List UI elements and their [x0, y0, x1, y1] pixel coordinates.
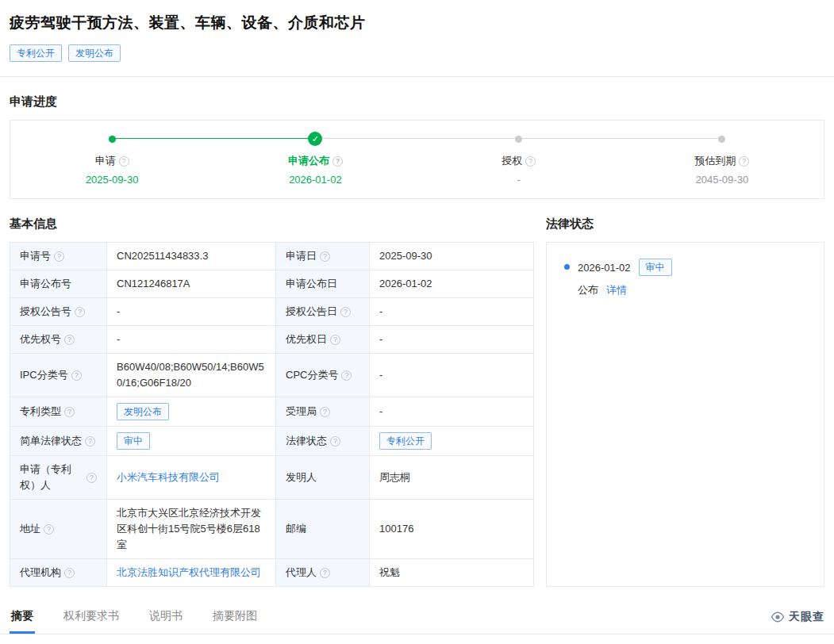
priority-number-label: 优先权号 ?: [10, 326, 107, 353]
inventor-value: 周志桐: [370, 456, 533, 499]
table-row: 专利类型 ? 发明公布 受理局 ? -: [10, 397, 533, 427]
address-value: 北京市大兴区北京经济技术开发区科创十街15号院5号楼6层618室: [107, 500, 276, 558]
table-row: 地址 ? 北京市大兴区北京经济技术开发区科创十街15号院5号楼6层618室 邮编…: [10, 500, 533, 559]
pending-status-badge: 审中: [117, 432, 150, 450]
info-icon[interactable]: ?: [119, 156, 129, 167]
tag-patent-public: 专利公开: [10, 44, 62, 62]
detail-tabbar: 摘要 权利要求书 说明书 摘要附图 天眼查: [0, 603, 834, 634]
grant-number-label: 授权公告号 ?: [10, 298, 107, 325]
publication-date-label: 申请公布日: [276, 270, 370, 297]
info-icon[interactable]: ?: [44, 524, 54, 535]
agency-value: 北京法胜知识产权代理有限公司: [107, 559, 276, 586]
progress-step-application: 申请 ? 2025-09-30: [10, 132, 213, 186]
publication-date-value: 2026-01-02: [370, 270, 533, 297]
receiving-office-label: 受理局 ?: [276, 397, 370, 426]
info-icon[interactable]: ?: [341, 370, 352, 381]
step-label: 申请公布: [288, 154, 329, 168]
info-icon[interactable]: ?: [320, 251, 330, 262]
legal-status-badge: 专利公开: [379, 432, 432, 450]
info-icon[interactable]: ?: [54, 251, 64, 262]
application-date-value: 2025-09-30: [370, 243, 533, 270]
grant-date-label: 授权公告日 ?: [276, 298, 370, 325]
legal-status-date: 2026-01-02: [578, 262, 631, 274]
table-row: 代理机构 ? 北京法胜知识产权代理有限公司 代理人 ? 祝魁: [10, 559, 533, 587]
postcode-label: 邮编: [276, 500, 370, 558]
step-label: 申请: [95, 154, 116, 168]
detail-tabs: 摘要 权利要求书 说明书 摘要附图: [10, 603, 259, 634]
info-icon[interactable]: ?: [739, 156, 749, 167]
step-pending-dot: [718, 136, 725, 143]
tab-claims[interactable]: 权利要求书: [62, 603, 121, 634]
postcode-value: 100176: [370, 500, 533, 558]
simple-legal-status-label: 简单法律状态 ?: [10, 427, 107, 455]
info-icon[interactable]: ?: [64, 568, 75, 578]
info-icon[interactable]: ?: [525, 156, 536, 167]
cpc-class-label: CPC分类号 ?: [276, 354, 370, 397]
address-label: 地址 ?: [10, 500, 107, 558]
progress-heading: 申请进度: [10, 94, 824, 109]
info-icon[interactable]: ?: [330, 436, 340, 447]
progress-step-estimated-expiry: 预估到期 ? 2045-09-30: [621, 132, 824, 186]
table-row: IPC分类号 ? B60W40/08;B60W50/14;B60W50/16;G…: [10, 354, 533, 397]
agent-label: 代理人 ?: [276, 559, 370, 586]
legal-status-item-badge: 审中: [639, 259, 672, 276]
info-icon[interactable]: ?: [86, 473, 97, 483]
grant-number-value: -: [107, 298, 276, 325]
tab-abstract-figure[interactable]: 摘要附图: [211, 603, 259, 634]
applicant-value: 小米汽车科技有限公司: [107, 456, 276, 499]
tab-abstract[interactable]: 摘要: [10, 603, 35, 634]
legal-detail-link[interactable]: 详情: [606, 283, 627, 297]
info-icon[interactable]: ?: [71, 370, 82, 381]
step-date: 2026-01-02: [213, 174, 417, 186]
page-header: 疲劳驾驶干预方法、装置、车辆、设备、介质和芯片 专利公开 发明公布: [10, 0, 824, 62]
step-date: 2045-09-30: [621, 174, 824, 186]
legal-status-value: 专利公开: [370, 427, 533, 455]
table-row: 申请公布号 CN121246817A 申请公布日 2026-01-02: [10, 270, 533, 298]
info-icon[interactable]: ?: [64, 407, 75, 417]
step-pending-dot: [515, 136, 522, 143]
legal-status-item: 2026-01-02 审中 公布 详情: [564, 259, 806, 297]
priority-date-label: 优先权日 ?: [276, 326, 370, 353]
application-date-label: 申请日 ?: [276, 243, 370, 270]
progress-timeline: 申请 ? 2025-09-30 ✓ 申请公布 ? 2026-01-02: [10, 120, 824, 199]
basic-info-table: 申请号 ? CN202511434833.3 申请日 ? 2025-09-30 …: [10, 242, 534, 587]
info-icon[interactable]: ?: [320, 568, 330, 578]
table-row: 授权公告号 ? - 授权公告日 ? -: [10, 298, 533, 326]
step-done-dot: [109, 136, 116, 143]
tianyancha-logo: 天眼查: [771, 610, 824, 634]
info-icon[interactable]: ?: [330, 335, 340, 345]
cpc-class-value: -: [370, 354, 533, 397]
ipc-class-label: IPC分类号 ?: [10, 354, 107, 397]
agency-link[interactable]: 北京法胜知识产权代理有限公司: [117, 565, 261, 581]
step-date: 2025-09-30: [10, 174, 213, 186]
brand-name: 天眼查: [789, 610, 824, 624]
application-number-value: CN202511434833.3: [107, 243, 276, 270]
application-progress-section: 申请进度 申请 ? 2025-09-30 ✓ 申请公布 ?: [10, 94, 824, 199]
patent-type-badge: 发明公布: [117, 403, 169, 420]
applicant-label: 申请（专利权）人 ?: [10, 456, 107, 499]
application-number-label: 申请号 ?: [10, 243, 107, 270]
table-row: 申请号 ? CN202511434833.3 申请日 ? 2025-09-30: [10, 243, 533, 270]
receiving-office-value: -: [370, 397, 533, 426]
applicant-link[interactable]: 小米汽车科技有限公司: [117, 470, 220, 485]
table-row: 简单法律状态 ? 审中 法律状态 ? 专利公开: [10, 427, 533, 456]
basic-info-section: 基本信息 申请号 ? CN202511434833.3 申请日 ? 2025-0…: [10, 199, 534, 587]
info-icon[interactable]: ?: [85, 436, 95, 447]
info-icon[interactable]: ?: [340, 307, 351, 317]
tag-invention-publication: 发明公布: [68, 44, 121, 62]
header-divider: [0, 76, 834, 77]
info-icon[interactable]: ?: [332, 156, 343, 167]
tab-description[interactable]: 说明书: [148, 603, 184, 634]
info-icon[interactable]: ?: [64, 335, 75, 345]
timeline-dot: [564, 264, 570, 270]
page-title: 疲劳驾驶干预方法、装置、车辆、设备、介质和芯片: [10, 13, 824, 33]
legal-status-label: 法律状态 ?: [276, 427, 370, 455]
tag-row: 专利公开 发明公布: [10, 44, 824, 62]
info-icon[interactable]: ?: [320, 407, 330, 417]
progress-step-grant: 授权 ? -: [417, 132, 621, 186]
progress-step-publication: ✓ 申请公布 ? 2026-01-02: [213, 132, 417, 186]
info-icon[interactable]: ?: [75, 307, 85, 317]
grant-date-value: -: [370, 298, 533, 325]
main-columns: 基本信息 申请号 ? CN202511434833.3 申请日 ? 2025-0…: [10, 199, 824, 587]
publication-number-value: CN121246817A: [107, 270, 276, 297]
